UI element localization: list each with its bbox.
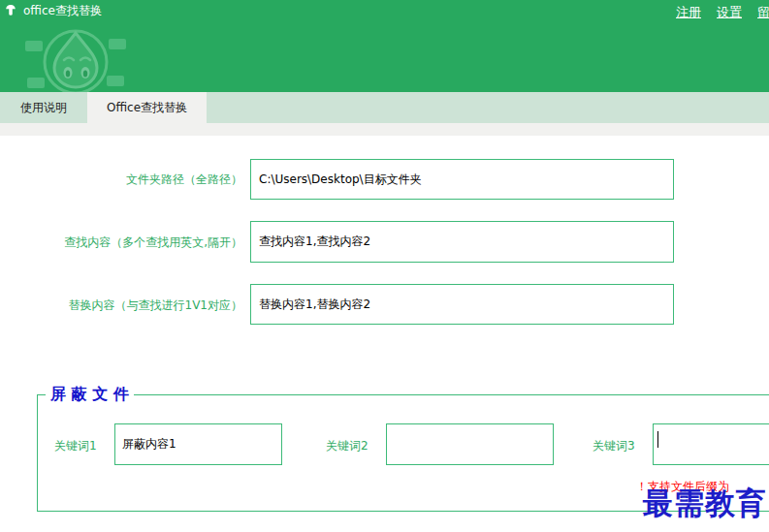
folder-path-label: 文件夹路径（全路径） [0, 172, 242, 188]
titlebar: office查找替换 注册 设置 留言 [0, 0, 769, 21]
settings-link[interactable]: 设置 [717, 4, 742, 21]
window-title: office查找替换 [23, 3, 102, 19]
keyword3-input[interactable] [653, 423, 769, 465]
message-link[interactable]: 留言 [757, 4, 769, 21]
replace-content-label: 替换内容（与查找进行1V1对应） [0, 297, 242, 314]
keyword2-label: 关键词2 [326, 438, 368, 454]
register-link[interactable]: 注册 [676, 4, 701, 21]
tab-office-find-replace[interactable]: Office查找替换 [87, 92, 207, 123]
tab-instructions[interactable]: 使用说明 [0, 92, 87, 123]
text-cursor [657, 431, 658, 448]
header: office查找替换 注册 设置 留言 [0, 0, 769, 92]
tab-page-top [0, 123, 769, 136]
keyword1-label: 关键词1 [54, 438, 97, 454]
keyword2-input[interactable] [386, 423, 554, 465]
mascot-logo-icon [19, 23, 136, 95]
find-content-label: 查找内容（多个查找用英文,隔开） [0, 235, 242, 251]
titlebar-links: 注册 设置 留言 [676, 4, 769, 21]
app-window: office查找替换 注册 设置 留言 使用说明 Office查找替换 [0, 0, 769, 532]
tab-bar: 使用说明 Office查找替换 [0, 92, 769, 123]
block-files-title: 屏 蔽 文 件 [46, 385, 134, 405]
keyword1-input[interactable] [114, 423, 282, 465]
replace-content-input[interactable] [250, 284, 674, 325]
find-content-input[interactable] [250, 221, 674, 263]
folder-path-input[interactable] [250, 159, 674, 200]
watermark-text: 最需教育 [643, 484, 767, 524]
app-icon [4, 4, 17, 17]
keyword3-label: 关键词3 [593, 438, 635, 454]
